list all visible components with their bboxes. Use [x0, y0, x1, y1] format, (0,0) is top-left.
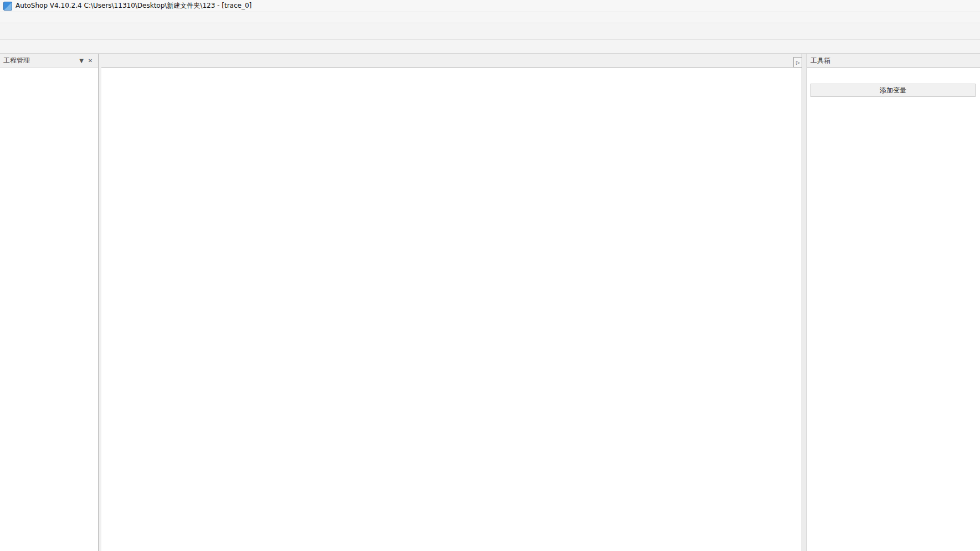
close-icon[interactable]: ✕	[86, 56, 95, 65]
window-title: AutoShop V4.10.2.4 C:\Users\11310\Deskto…	[16, 1, 252, 11]
panel-splitter[interactable]	[802, 54, 807, 551]
autoshop-window: AutoShop V4.10.2.4 C:\Users\11310\Deskto…	[0, 0, 980, 551]
project-tree	[0, 68, 98, 546]
pin-icon[interactable]: ▼	[77, 56, 86, 65]
project-panel-header: 工程管理 ▼ ✕	[0, 54, 98, 68]
app-icon	[3, 2, 12, 11]
ladder-toolbar	[0, 40, 980, 54]
document-tab-strip	[101, 54, 802, 68]
toolbox-header: 工具箱	[807, 54, 980, 68]
toolbox-body: 添加变量	[807, 68, 980, 551]
title-bar: AutoShop V4.10.2.4 C:\Users\11310\Deskto…	[0, 0, 980, 12]
trace-chart[interactable]	[101, 68, 802, 551]
project-panel-title: 工程管理	[3, 56, 30, 65]
main-toolbar	[0, 23, 980, 40]
project-panel: 工程管理 ▼ ✕	[0, 54, 99, 551]
menu-bar	[0, 12, 980, 23]
add-variable-button[interactable]: 添加变量	[810, 84, 976, 97]
toolbox-panel: 工具箱 添加变量	[807, 54, 980, 551]
toolbox-title: 工具箱	[810, 56, 830, 65]
